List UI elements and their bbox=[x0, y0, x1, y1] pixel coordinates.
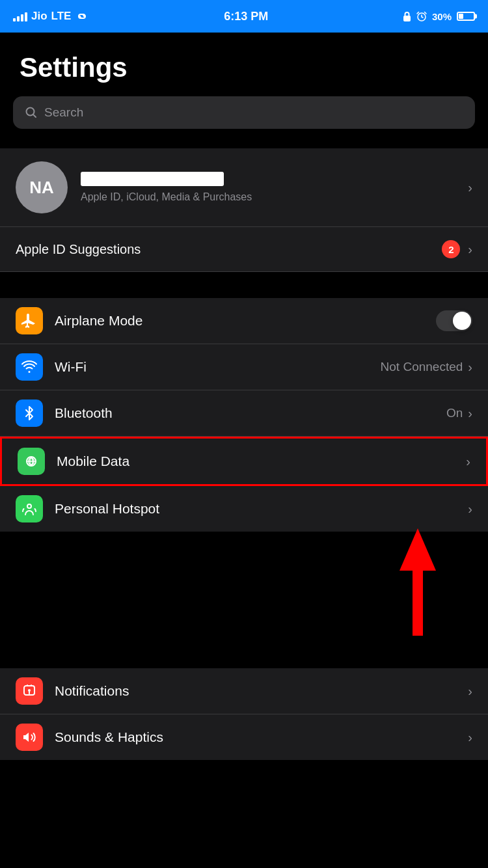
account-name-redacted bbox=[81, 172, 224, 186]
account-row[interactable]: NA Apple ID, iCloud, Media & Purchases › bbox=[0, 148, 488, 227]
notifications-label: Notifications bbox=[55, 683, 468, 699]
mobile-data-icon-container bbox=[18, 448, 45, 475]
status-time: 6:13 PM bbox=[224, 10, 268, 23]
status-left: Jio LTE bbox=[13, 10, 89, 23]
sounds-icon bbox=[21, 729, 37, 745]
avatar: NA bbox=[16, 161, 68, 213]
arrow-stem bbox=[413, 571, 423, 636]
account-info: Apple ID, iCloud, Media & Purchases bbox=[81, 172, 455, 203]
personal-hotspot-chevron: › bbox=[468, 502, 472, 517]
page-content: Settings Search NA Apple ID, iCloud, Med… bbox=[0, 33, 488, 773]
airplane-icon bbox=[21, 313, 37, 329]
notifications-icon-container bbox=[16, 677, 43, 705]
network-type: LTE bbox=[51, 10, 72, 23]
arrow-annotation bbox=[400, 528, 436, 636]
suggestions-chevron: › bbox=[468, 242, 472, 257]
bluetooth-row[interactable]: Bluetooth On › bbox=[0, 390, 488, 437]
lock-icon bbox=[403, 11, 411, 21]
wifi-chevron: › bbox=[468, 360, 472, 375]
alarm-icon bbox=[416, 11, 427, 21]
airplane-mode-label: Airplane Mode bbox=[55, 313, 436, 329]
sounds-haptics-chevron: › bbox=[468, 730, 472, 745]
airplane-mode-toggle[interactable] bbox=[436, 310, 472, 331]
connectivity-settings-group: Airplane Mode Wi-Fi Not Connected › bbox=[0, 298, 488, 532]
personal-hotspot-icon-container bbox=[16, 495, 43, 522]
bluetooth-chevron: › bbox=[468, 406, 472, 421]
bluetooth-icon-container bbox=[16, 400, 43, 427]
wifi-icon bbox=[21, 359, 37, 375]
bluetooth-label: Bluetooth bbox=[55, 405, 446, 421]
airplane-mode-row[interactable]: Airplane Mode bbox=[0, 298, 488, 344]
signal-bars bbox=[13, 11, 27, 21]
page-title: Settings bbox=[0, 46, 488, 96]
general-settings-group: Notifications › Sounds & Haptics › bbox=[0, 668, 488, 760]
sounds-icon-container bbox=[16, 724, 43, 751]
notifications-chevron: › bbox=[468, 684, 472, 699]
arrow-head bbox=[400, 528, 436, 571]
link-icon bbox=[75, 12, 89, 21]
bluetooth-value: On bbox=[446, 406, 463, 420]
notifications-icon bbox=[21, 683, 37, 699]
account-subtitle: Apple ID, iCloud, Media & Purchases bbox=[81, 191, 455, 203]
carrier-label: Jio bbox=[31, 10, 47, 23]
search-icon bbox=[25, 106, 38, 119]
search-placeholder: Search bbox=[44, 105, 83, 120]
status-right: 30% bbox=[403, 11, 475, 22]
account-chevron: › bbox=[468, 180, 472, 195]
svg-point-4 bbox=[27, 504, 31, 508]
sounds-haptics-row[interactable]: Sounds & Haptics › bbox=[0, 714, 488, 760]
mobile-data-icon bbox=[23, 454, 39, 469]
search-bar[interactable]: Search bbox=[13, 96, 475, 129]
personal-hotspot-label: Personal Hotspot bbox=[55, 501, 468, 517]
wifi-value: Not Connected bbox=[381, 360, 463, 374]
bluetooth-icon bbox=[21, 405, 37, 421]
mobile-data-label: Mobile Data bbox=[57, 454, 466, 469]
apple-id-suggestions-row[interactable]: Apple ID Suggestions 2 › bbox=[0, 227, 488, 272]
personal-hotspot-row[interactable]: Personal Hotspot › bbox=[0, 486, 488, 532]
status-bar: Jio LTE 6:13 PM 30% bbox=[0, 0, 488, 33]
wifi-label: Wi-Fi bbox=[55, 359, 381, 375]
suggestions-right: 2 › bbox=[442, 240, 472, 258]
battery-percent: 30% bbox=[432, 11, 452, 22]
mobile-data-row[interactable]: Mobile Data › bbox=[0, 437, 488, 486]
airplane-mode-icon-container bbox=[16, 307, 43, 334]
personal-hotspot-icon bbox=[21, 501, 37, 517]
sounds-haptics-label: Sounds & Haptics bbox=[55, 729, 468, 745]
svg-rect-0 bbox=[403, 16, 411, 21]
wifi-row[interactable]: Wi-Fi Not Connected › bbox=[0, 344, 488, 390]
suggestions-badge: 2 bbox=[442, 240, 460, 258]
notifications-row[interactable]: Notifications › bbox=[0, 668, 488, 714]
wifi-icon-container bbox=[16, 353, 43, 381]
mobile-data-chevron: › bbox=[466, 454, 470, 469]
apple-id-suggestions-label: Apple ID Suggestions bbox=[16, 242, 141, 257]
battery-indicator bbox=[457, 12, 475, 21]
